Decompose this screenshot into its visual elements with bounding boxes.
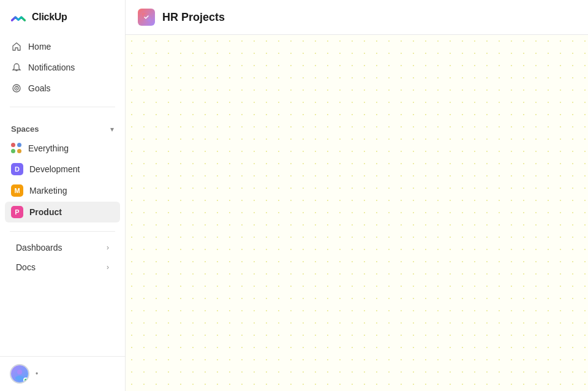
sidebar-nav: Home Notifications Goals bbox=[0, 34, 125, 101]
sidebar-item-notifications[interactable]: Notifications bbox=[5, 58, 120, 77]
sidebar-item-home-label: Home bbox=[28, 42, 51, 51]
sidebar-item-dashboards[interactable]: Dashboards › bbox=[5, 238, 120, 257]
sidebar-item-notifications-label: Notifications bbox=[28, 63, 75, 72]
marketing-label: Marketing bbox=[29, 186, 67, 196]
avatar-status-dot bbox=[23, 378, 28, 382]
sidebar-item-marketing[interactable]: M Marketing bbox=[5, 180, 120, 201]
sidebar-item-docs[interactable]: Docs › bbox=[5, 257, 120, 277]
spaces-label: Spaces bbox=[11, 124, 39, 134]
spaces-header[interactable]: Spaces ▾ bbox=[5, 122, 120, 136]
docs-chevron-icon: › bbox=[107, 263, 109, 271]
spaces-items: Everything D Development M Marketing P bbox=[5, 139, 120, 222]
avatar-ring bbox=[10, 364, 29, 384]
sidebar-item-development[interactable]: D Development bbox=[5, 159, 120, 180]
product-badge: P bbox=[11, 206, 23, 218]
goals-icon bbox=[11, 83, 22, 94]
sidebar-item-goals[interactable]: Goals bbox=[5, 78, 120, 98]
user-status-indicator: • bbox=[36, 370, 38, 378]
spaces-chevron-icon: ▾ bbox=[110, 125, 114, 134]
product-label: Product bbox=[29, 207, 62, 217]
marketing-badge: M bbox=[11, 184, 23, 197]
sidebar-item-goals-label: Goals bbox=[28, 83, 51, 93]
dashboards-chevron-icon: › bbox=[107, 243, 109, 252]
development-label: Development bbox=[29, 164, 80, 174]
divider-1 bbox=[10, 107, 115, 107]
spaces-section: Spaces ▾ Everything D Development bbox=[0, 113, 125, 225]
divider-2 bbox=[10, 231, 115, 232]
dashboards-label: Dashboards bbox=[16, 243, 62, 252]
svg-point-3 bbox=[17, 370, 22, 374]
sidebar-item-home[interactable]: Home bbox=[5, 37, 120, 56]
home-icon bbox=[11, 41, 22, 52]
svg-point-2 bbox=[16, 88, 17, 89]
everything-dots-icon bbox=[11, 143, 22, 154]
everything-label: Everything bbox=[28, 143, 69, 153]
user-profile[interactable]: • bbox=[0, 356, 125, 391]
canvas-overlay bbox=[126, 35, 588, 391]
main-content: HR Projects bbox=[126, 0, 588, 391]
avatar bbox=[11, 365, 28, 382]
clickup-logo-icon bbox=[10, 9, 27, 26]
bell-icon bbox=[11, 62, 22, 73]
logo[interactable]: ClickUp bbox=[0, 0, 125, 34]
sidebar-item-everything[interactable]: Everything bbox=[5, 139, 120, 158]
svg-point-4 bbox=[15, 376, 24, 381]
sidebar-item-product[interactable]: P Product bbox=[5, 202, 120, 222]
logo-text: ClickUp bbox=[32, 12, 67, 23]
page-icon bbox=[138, 9, 155, 26]
page-title: HR Projects bbox=[162, 11, 225, 24]
development-badge: D bbox=[11, 163, 23, 175]
sidebar: ClickUp Home Notifications bbox=[0, 0, 126, 391]
docs-label: Docs bbox=[16, 262, 36, 272]
main-header: HR Projects bbox=[126, 0, 588, 35]
canvas-area[interactable] bbox=[126, 35, 588, 391]
